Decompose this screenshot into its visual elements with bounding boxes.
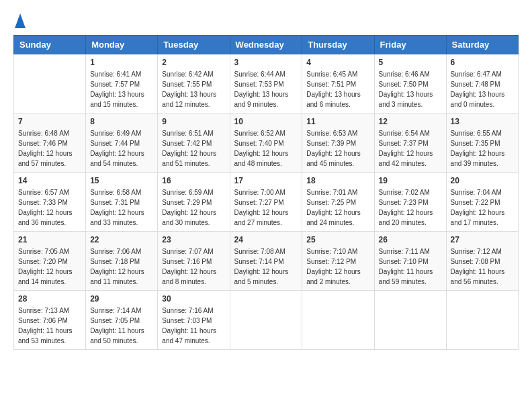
- header: [13, 13, 519, 28]
- calendar-cell: 30Sunrise: 7:16 AM Sunset: 7:03 PM Dayli…: [158, 291, 230, 350]
- day-number: 4: [306, 58, 369, 67]
- day-info: Sunrise: 7:05 AM Sunset: 7:20 PM Dayligh…: [18, 246, 81, 287]
- header-friday: Friday: [374, 36, 446, 54]
- day-number: 8: [90, 117, 153, 126]
- calendar-cell: 28Sunrise: 7:13 AM Sunset: 7:06 PM Dayli…: [14, 291, 86, 350]
- calendar-cell: 4Sunrise: 6:45 AM Sunset: 7:51 PM Daylig…: [302, 54, 374, 113]
- day-number: 29: [90, 294, 153, 304]
- day-info: Sunrise: 7:14 AM Sunset: 7:05 PM Dayligh…: [90, 306, 153, 346]
- header-monday: Monday: [86, 36, 158, 54]
- day-info: Sunrise: 7:11 AM Sunset: 7:10 PM Dayligh…: [379, 246, 442, 287]
- day-info: Sunrise: 6:44 AM Sunset: 7:53 PM Dayligh…: [234, 69, 298, 109]
- day-number: 26: [379, 235, 442, 244]
- day-info: Sunrise: 6:57 AM Sunset: 7:33 PM Dayligh…: [18, 187, 81, 228]
- calendar-week-row: 14Sunrise: 6:57 AM Sunset: 7:33 PM Dayli…: [14, 173, 519, 232]
- svg-marker-0: [15, 13, 26, 28]
- calendar-cell: 26Sunrise: 7:11 AM Sunset: 7:10 PM Dayli…: [374, 232, 446, 291]
- calendar-cell: 24Sunrise: 7:08 AM Sunset: 7:14 PM Dayli…: [230, 232, 302, 291]
- day-number: 18: [306, 176, 369, 185]
- day-info: Sunrise: 7:13 AM Sunset: 7:06 PM Dayligh…: [18, 306, 81, 346]
- calendar-cell: 15Sunrise: 6:58 AM Sunset: 7:31 PM Dayli…: [86, 173, 158, 232]
- day-number: 30: [162, 294, 225, 304]
- logo: [13, 13, 26, 28]
- calendar-cell: 9Sunrise: 6:51 AM Sunset: 7:42 PM Daylig…: [158, 113, 230, 173]
- day-info: Sunrise: 6:59 AM Sunset: 7:29 PM Dayligh…: [162, 187, 225, 228]
- calendar-cell: 14Sunrise: 6:57 AM Sunset: 7:33 PM Dayli…: [14, 173, 86, 232]
- day-info: Sunrise: 6:53 AM Sunset: 7:39 PM Dayligh…: [306, 128, 369, 169]
- calendar-cell: 10Sunrise: 6:52 AM Sunset: 7:40 PM Dayli…: [230, 113, 302, 173]
- day-number: 20: [451, 176, 514, 185]
- day-info: Sunrise: 7:06 AM Sunset: 7:18 PM Dayligh…: [90, 246, 153, 287]
- day-number: 27: [451, 235, 514, 244]
- day-number: 16: [162, 176, 225, 185]
- calendar-week-row: 7Sunrise: 6:48 AM Sunset: 7:46 PM Daylig…: [14, 113, 519, 173]
- calendar-cell: 23Sunrise: 7:07 AM Sunset: 7:16 PM Dayli…: [158, 232, 230, 291]
- calendar-table: SundayMondayTuesdayWednesdayThursdayFrid…: [13, 35, 519, 350]
- day-number: 9: [162, 117, 225, 126]
- calendar-cell: 6Sunrise: 6:47 AM Sunset: 7:48 PM Daylig…: [446, 54, 518, 113]
- day-number: 25: [306, 235, 369, 244]
- day-info: Sunrise: 7:16 AM Sunset: 7:03 PM Dayligh…: [162, 306, 225, 346]
- calendar-cell: 19Sunrise: 7:02 AM Sunset: 7:23 PM Dayli…: [374, 173, 446, 232]
- logo-triangle-icon: [15, 13, 26, 28]
- day-number: 12: [379, 117, 442, 126]
- day-info: Sunrise: 7:01 AM Sunset: 7:25 PM Dayligh…: [306, 187, 369, 228]
- day-info: Sunrise: 6:46 AM Sunset: 7:50 PM Dayligh…: [379, 69, 442, 109]
- calendar-cell: [302, 291, 374, 350]
- day-info: Sunrise: 7:07 AM Sunset: 7:16 PM Dayligh…: [162, 246, 225, 287]
- calendar-cell: 17Sunrise: 7:00 AM Sunset: 7:27 PM Dayli…: [230, 173, 302, 232]
- header-tuesday: Tuesday: [158, 36, 230, 54]
- day-number: 19: [379, 176, 442, 185]
- calendar-cell: 11Sunrise: 6:53 AM Sunset: 7:39 PM Dayli…: [302, 113, 374, 173]
- day-info: Sunrise: 6:58 AM Sunset: 7:31 PM Dayligh…: [90, 187, 153, 228]
- day-number: 14: [18, 176, 81, 185]
- calendar-cell: 21Sunrise: 7:05 AM Sunset: 7:20 PM Dayli…: [14, 232, 86, 291]
- calendar-cell: [14, 54, 86, 113]
- day-info: Sunrise: 6:42 AM Sunset: 7:55 PM Dayligh…: [162, 69, 225, 109]
- day-number: 24: [234, 235, 298, 244]
- header-thursday: Thursday: [302, 36, 374, 54]
- day-info: Sunrise: 6:41 AM Sunset: 7:57 PM Dayligh…: [90, 69, 153, 109]
- header-sunday: Sunday: [14, 36, 86, 54]
- day-info: Sunrise: 6:55 AM Sunset: 7:35 PM Dayligh…: [451, 128, 514, 169]
- day-info: Sunrise: 6:51 AM Sunset: 7:42 PM Dayligh…: [162, 128, 225, 169]
- calendar-cell: 18Sunrise: 7:01 AM Sunset: 7:25 PM Dayli…: [302, 173, 374, 232]
- day-number: 7: [18, 117, 81, 126]
- calendar-cell: 12Sunrise: 6:54 AM Sunset: 7:37 PM Dayli…: [374, 113, 446, 173]
- calendar-cell: [230, 291, 302, 350]
- day-info: Sunrise: 7:02 AM Sunset: 7:23 PM Dayligh…: [379, 187, 442, 228]
- calendar-cell: [374, 291, 446, 350]
- calendar-cell: 22Sunrise: 7:06 AM Sunset: 7:18 PM Dayli…: [86, 232, 158, 291]
- day-info: Sunrise: 6:49 AM Sunset: 7:44 PM Dayligh…: [90, 128, 153, 169]
- day-number: 23: [162, 235, 225, 244]
- header-saturday: Saturday: [446, 36, 518, 54]
- day-info: Sunrise: 6:45 AM Sunset: 7:51 PM Dayligh…: [306, 69, 369, 109]
- calendar-week-row: 28Sunrise: 7:13 AM Sunset: 7:06 PM Dayli…: [14, 291, 519, 350]
- day-info: Sunrise: 7:08 AM Sunset: 7:14 PM Dayligh…: [234, 246, 298, 287]
- header-wednesday: Wednesday: [230, 36, 302, 54]
- day-number: 10: [234, 117, 298, 126]
- calendar-cell: 5Sunrise: 6:46 AM Sunset: 7:50 PM Daylig…: [374, 54, 446, 113]
- day-info: Sunrise: 6:47 AM Sunset: 7:48 PM Dayligh…: [451, 69, 514, 109]
- calendar-cell: 2Sunrise: 6:42 AM Sunset: 7:55 PM Daylig…: [158, 54, 230, 113]
- day-number: 1: [90, 58, 153, 67]
- day-number: 3: [234, 58, 298, 67]
- day-number: 28: [18, 294, 81, 304]
- calendar-week-row: 1Sunrise: 6:41 AM Sunset: 7:57 PM Daylig…: [14, 54, 519, 113]
- day-number: 6: [451, 58, 514, 67]
- day-number: 21: [18, 235, 81, 244]
- day-info: Sunrise: 6:48 AM Sunset: 7:46 PM Dayligh…: [18, 128, 81, 169]
- day-number: 17: [234, 176, 298, 185]
- calendar-cell: [446, 291, 518, 350]
- day-number: 11: [306, 117, 369, 126]
- calendar-cell: 20Sunrise: 7:04 AM Sunset: 7:22 PM Dayli…: [446, 173, 518, 232]
- calendar-cell: 29Sunrise: 7:14 AM Sunset: 7:05 PM Dayli…: [86, 291, 158, 350]
- calendar-cell: 25Sunrise: 7:10 AM Sunset: 7:12 PM Dayli…: [302, 232, 374, 291]
- calendar-cell: 8Sunrise: 6:49 AM Sunset: 7:44 PM Daylig…: [86, 113, 158, 173]
- day-info: Sunrise: 6:54 AM Sunset: 7:37 PM Dayligh…: [379, 128, 442, 169]
- calendar-week-row: 21Sunrise: 7:05 AM Sunset: 7:20 PM Dayli…: [14, 232, 519, 291]
- day-info: Sunrise: 7:10 AM Sunset: 7:12 PM Dayligh…: [306, 246, 369, 287]
- calendar-cell: 27Sunrise: 7:12 AM Sunset: 7:08 PM Dayli…: [446, 232, 518, 291]
- day-number: 15: [90, 176, 153, 185]
- day-info: Sunrise: 7:00 AM Sunset: 7:27 PM Dayligh…: [234, 187, 298, 228]
